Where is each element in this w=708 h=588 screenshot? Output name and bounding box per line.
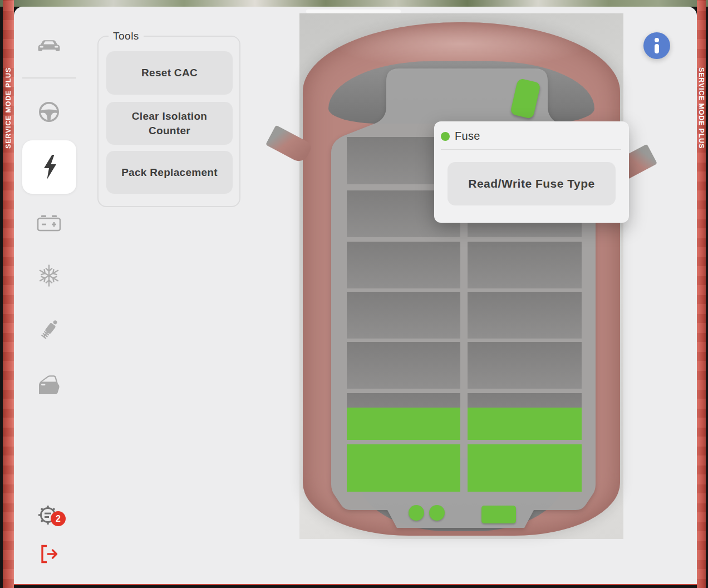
battery-module-left-3[interactable] [347, 242, 460, 288]
battery-module-right-6[interactable] [468, 393, 582, 440]
read-write-fuse-type-button[interactable]: Read/Write Fuse Type [448, 162, 616, 205]
battery-module-right-3[interactable] [468, 242, 582, 288]
snowflake-icon [37, 263, 61, 288]
logout-icon [39, 543, 60, 565]
popup-divider [441, 149, 621, 150]
info-icon [655, 38, 659, 42]
connector-rect[interactable] [481, 506, 516, 523]
fuse-popup-title: Fuse [455, 130, 480, 143]
service-mode-band-left: SERVICE MODE PLUS [3, 0, 14, 588]
service-mode-screen: SERVICE MODE PLUS SERVICE MODE PLUS [0, 0, 708, 588]
tools-panel: Tools Reset CAC Clear Isolation Counter … [97, 36, 240, 207]
battery-module-left-6[interactable] [347, 393, 460, 440]
lightning-icon [22, 140, 76, 194]
car-icon [37, 40, 61, 54]
sidebar-item-driving[interactable] [38, 101, 60, 123]
main-panel: 2 Tools Reset CAC Clear Isolation Counte… [14, 7, 697, 585]
reset-cac-button[interactable]: Reset CAC [106, 51, 233, 95]
sidebar-item-low-voltage[interactable] [37, 213, 61, 232]
sidebar-item-high-voltage-selected[interactable] [22, 140, 76, 194]
pack-replacement-button[interactable]: Pack Replacement [106, 151, 233, 194]
service-mode-label-left: SERVICE MODE PLUS [3, 65, 14, 151]
service-mode-label-right: SERVICE MODE PLUS [697, 65, 706, 151]
battery-module-highlight [347, 408, 460, 440]
battery-module-right-7[interactable] [468, 444, 582, 492]
fuse-popup: Fuse Read/Write Fuse Type [434, 121, 629, 223]
drag-handle[interactable] [306, 9, 401, 13]
battery-module-right-5[interactable] [468, 342, 582, 389]
battery-module-left-4[interactable] [347, 292, 460, 339]
tools-panel-title: Tools [109, 30, 144, 42]
door-icon [37, 375, 61, 396]
connector-circle-1[interactable] [409, 505, 424, 521]
sidebar-item-suspension[interactable] [37, 318, 61, 342]
fuse-status-dot [441, 132, 450, 141]
battery-module-left-5[interactable] [347, 342, 460, 389]
background-photo-strip [0, 0, 708, 7]
connector-circle-2[interactable] [429, 505, 445, 521]
sidebar-item-closures[interactable] [37, 375, 61, 396]
battery-icon [37, 213, 61, 232]
vehicle-top-view [299, 13, 623, 539]
sidebar-item-thermal[interactable] [37, 263, 61, 288]
steering-wheel-icon [38, 101, 60, 123]
sidebar-item-vehicle[interactable] [37, 38, 61, 55]
battery-module-highlight [468, 408, 582, 440]
service-mode-band-right: SERVICE MODE PLUS [697, 0, 706, 588]
sidebar-divider [22, 77, 76, 79]
sidebar-item-exit-service[interactable] [39, 543, 60, 565]
battery-module-left-7[interactable] [347, 444, 460, 492]
shock-absorber-icon [37, 318, 61, 342]
alerts-count-badge: 2 [51, 511, 66, 526]
info-button[interactable] [643, 32, 670, 59]
battery-module-right-4[interactable] [468, 292, 582, 339]
clear-isolation-counter-button[interactable]: Clear Isolation Counter [106, 102, 233, 145]
